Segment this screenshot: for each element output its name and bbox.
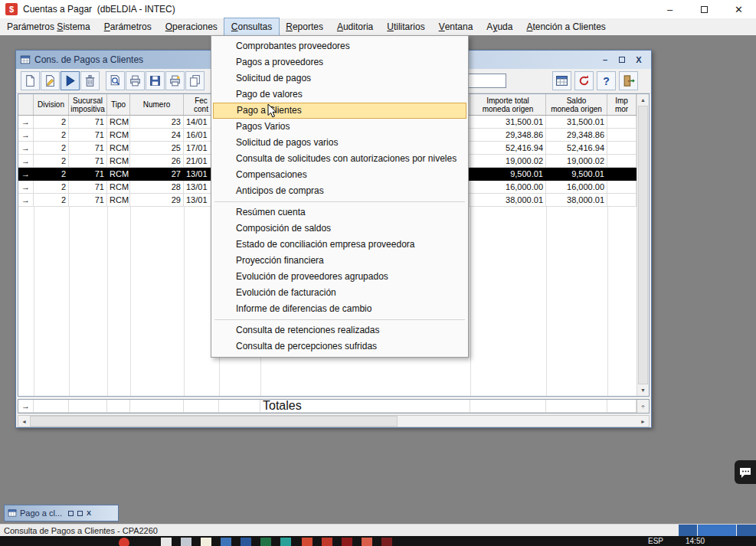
menu-consultas[interactable]: Consultas bbox=[224, 18, 279, 35]
new-button[interactable] bbox=[21, 71, 40, 90]
taskbar-language[interactable]: ESP bbox=[648, 537, 663, 545]
scroll-left-icon[interactable]: ◄ bbox=[18, 416, 30, 427]
taskbar-icon[interactable] bbox=[260, 538, 271, 546]
menu-item-pagos-varios[interactable]: Pagos Varios bbox=[213, 119, 466, 135]
taskbar-clock[interactable]: 14:50 bbox=[686, 537, 705, 545]
minimized-maximize-button[interactable] bbox=[77, 511, 83, 516]
header-saldo[interactable]: Saldomoneda origen bbox=[546, 94, 607, 115]
menu-item-comprobantes-proveedores[interactable]: Comprobantes proveedores bbox=[213, 38, 466, 54]
cell-sucursal: 71 bbox=[69, 181, 107, 194]
menu-parametros-sistema[interactable]: Parámetros Sistema bbox=[0, 18, 97, 35]
menu-operaciones[interactable]: Operaciones bbox=[159, 18, 224, 35]
preview-button[interactable] bbox=[106, 71, 125, 90]
print-setup-button[interactable] bbox=[165, 71, 185, 90]
run-query-button[interactable] bbox=[61, 71, 80, 90]
menu-utilitarios[interactable]: Utilitarios bbox=[380, 18, 431, 35]
menu-item-consulta-retenciones-realizadas[interactable]: Consulta de retenciones realizadas bbox=[213, 322, 466, 338]
edit-button[interactable] bbox=[41, 71, 60, 90]
menu-parametros[interactable]: Parámetros bbox=[97, 18, 159, 35]
menu-item-estado-conciliacion-empresa-proveedora[interactable]: Estado de conciliación empresa proveedor… bbox=[213, 237, 466, 253]
cell-saldo: 9,500.01 bbox=[546, 168, 607, 181]
minimized-window-pago-a-clientes[interactable]: Pago a cl... X bbox=[4, 505, 119, 521]
totals-cell bbox=[607, 400, 637, 413]
taskbar-icon[interactable] bbox=[302, 538, 313, 546]
floppy-icon bbox=[149, 74, 162, 87]
totals-spin-control[interactable]: ÷ bbox=[637, 400, 649, 413]
vertical-scrollbar-thumb[interactable] bbox=[638, 106, 648, 384]
scroll-up-icon[interactable]: ▲ bbox=[637, 94, 649, 106]
child-close-button[interactable]: X bbox=[633, 54, 644, 65]
new-document-icon bbox=[24, 74, 37, 87]
help-button[interactable]: ? bbox=[597, 71, 616, 90]
scroll-down-icon[interactable]: ▼ bbox=[637, 384, 649, 396]
cell-tipo: RCM bbox=[107, 194, 130, 207]
print-button[interactable] bbox=[126, 71, 145, 90]
header-sucursal-impositiva[interactable]: Sucursalimpositiva bbox=[69, 94, 107, 115]
chat-overlay-button[interactable] bbox=[735, 460, 756, 484]
menu-item-solicitud-de-pagos-varios[interactable]: Solicitud de pagos varios bbox=[213, 135, 466, 151]
menu-item-composicion-de-saldos[interactable]: Composición de saldos bbox=[213, 221, 466, 237]
menu-item-pago-de-valores[interactable]: Pago de valores bbox=[213, 87, 466, 103]
horizontal-scrollbar-thumb[interactable] bbox=[30, 416, 398, 427]
taskbar-icon[interactable] bbox=[362, 538, 372, 546]
taskbar-icon[interactable] bbox=[322, 538, 332, 546]
menu-ayuda[interactable]: Ayuda bbox=[479, 18, 519, 35]
menu-item-solicitud-de-pagos[interactable]: Solicitud de pagos bbox=[213, 70, 466, 87]
child-minimize-button[interactable]: – bbox=[600, 54, 610, 65]
menu-item-evolucion-proveedores-agrupados[interactable]: Evolución de proveedores agrupados bbox=[213, 269, 466, 285]
menu-ventana[interactable]: Ventana bbox=[432, 18, 480, 35]
exit-door-icon bbox=[622, 74, 635, 87]
minimized-restore-button[interactable] bbox=[68, 511, 74, 516]
taskbar-icon[interactable] bbox=[280, 538, 291, 546]
totals-cell bbox=[219, 400, 260, 413]
minimized-close-button[interactable]: X bbox=[87, 509, 91, 517]
taskbar-icon[interactable] bbox=[221, 538, 231, 546]
menu-reportes[interactable]: Reportes bbox=[279, 18, 330, 35]
menu-item-consulta-solicitudes-autorizaciones[interactable]: Consulta de solicitudes con autorizacion… bbox=[213, 151, 466, 167]
label-part: U bbox=[387, 21, 394, 32]
taskbar-icon[interactable] bbox=[241, 538, 251, 546]
menu-item-pagos-a-proveedores[interactable]: Pagos a proveedores bbox=[213, 54, 466, 70]
close-button[interactable]: ✕ bbox=[722, 0, 756, 18]
header-tipo[interactable]: Tipo bbox=[107, 94, 130, 115]
vertical-scrollbar[interactable]: ▲ ▼ bbox=[637, 94, 649, 396]
minimize-button[interactable]: – bbox=[653, 0, 687, 18]
menu-item-consulta-percepciones-sufridas[interactable]: Consulta de percepciones sufridas bbox=[213, 338, 466, 355]
exit-button[interactable] bbox=[619, 71, 638, 90]
header-importe-total[interactable]: Importe totalmoneda origen bbox=[470, 94, 546, 115]
taskbar-icon[interactable] bbox=[381, 538, 392, 546]
menu-item-resumen-cuenta[interactable]: Resúmen cuenta bbox=[213, 204, 466, 221]
menu-item-anticipos-de-compras[interactable]: Anticipos de compras bbox=[213, 183, 466, 199]
menu-item-evolucion-de-facturacion[interactable]: Evolución de facturación bbox=[213, 285, 466, 301]
menu-atencion-a-clientes[interactable]: Atención a Clientes bbox=[519, 18, 612, 35]
cell-sucursal: 71 bbox=[69, 142, 107, 155]
grid-view-button[interactable] bbox=[552, 71, 571, 90]
taskbar-icon[interactable] bbox=[342, 538, 352, 546]
label-part: tilitarios bbox=[394, 21, 425, 32]
export-button[interactable] bbox=[185, 71, 205, 90]
header-numero[interactable]: Numero bbox=[130, 94, 184, 115]
menu-item-proyeccion-financiera[interactable]: Proyección financiera bbox=[213, 253, 466, 269]
menu-item-pago-a-clientes[interactable]: Pago a Clientes bbox=[213, 103, 466, 119]
menu-item-informe-diferencias-de-cambio[interactable]: Informe de diferencias de cambio bbox=[213, 301, 466, 317]
cell-sucursal: 71 bbox=[69, 155, 107, 168]
header-importe-moneda[interactable]: Impmor bbox=[607, 94, 637, 115]
taskbar-icon[interactable] bbox=[161, 538, 172, 546]
menu-auditoria[interactable]: Auditoria bbox=[330, 18, 380, 35]
save-button[interactable] bbox=[146, 71, 165, 90]
label-part: C bbox=[231, 21, 238, 32]
child-restore-button[interactable] bbox=[617, 54, 627, 65]
header-division[interactable]: Division bbox=[34, 94, 69, 115]
taskbar-icon[interactable] bbox=[119, 538, 129, 546]
header-label: Imp bbox=[615, 96, 628, 105]
taskbar-icon[interactable] bbox=[201, 538, 211, 546]
scroll-right-icon[interactable]: ► bbox=[637, 416, 649, 427]
refresh-button[interactable] bbox=[574, 71, 594, 90]
menu-item-compensaciones[interactable]: Compensaciones bbox=[213, 167, 466, 183]
maximize-button[interactable] bbox=[687, 0, 722, 18]
label-part: peraciones bbox=[172, 21, 218, 32]
header-label: moneda origen bbox=[551, 105, 602, 113]
delete-button[interactable] bbox=[80, 71, 100, 90]
taskbar-icon[interactable] bbox=[181, 538, 191, 546]
horizontal-scrollbar[interactable]: ◄ ► bbox=[18, 415, 650, 427]
